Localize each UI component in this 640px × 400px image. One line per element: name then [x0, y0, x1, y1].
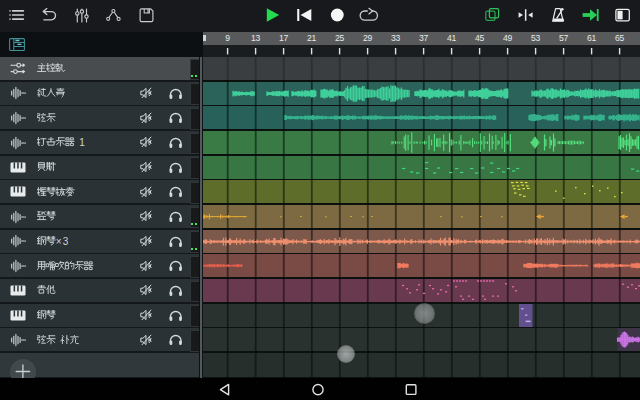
svg-text:×: × [56, 235, 62, 246]
svg-text:3: 3 [63, 235, 69, 246]
svg-text:1: 1 [79, 137, 85, 148]
